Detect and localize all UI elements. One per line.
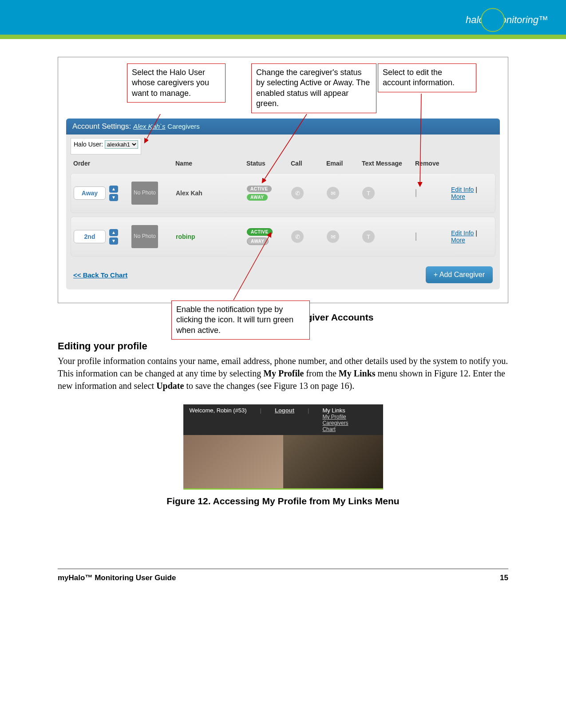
column-headers: Order Name Status Call Email Text Messag… [71, 157, 495, 170]
no-photo-placeholder: No Photo [131, 225, 158, 248]
breadcrumb-user-link[interactable]: Alex Kah`s [133, 123, 166, 130]
my-profile-link[interactable]: My Profile [322, 414, 348, 420]
order-badge: Away [74, 186, 106, 200]
add-caregiver-button[interactable]: + Add Caregiver [426, 266, 493, 283]
page-header: halo onitoring™ [0, 0, 566, 35]
editing-profile-heading: Editing your profile [58, 340, 508, 352]
edit-info-link[interactable]: Edit Info [451, 186, 474, 193]
halo-user-selector: Halo User: alexkah1 [71, 138, 141, 154]
back-to-chart-link[interactable]: << Back To Chart [73, 271, 127, 279]
callout-change-status: Change the caregiver's status by selecti… [251, 63, 376, 113]
profile-photo-1 [183, 435, 283, 488]
title-prefix: Account Settings: [72, 122, 131, 131]
status-away-pill[interactable]: AWAY [247, 194, 268, 201]
caregiver-name: robinp [176, 233, 247, 240]
fig12-topbar: Welcome, Robin (#53) | Logout | My Links… [183, 404, 383, 435]
arrow-down-icon[interactable]: ▼ [109, 237, 118, 245]
status-active-pill[interactable]: ACTIVE [247, 186, 272, 192]
footer-page-number: 15 [500, 574, 508, 582]
arrow-up-icon[interactable]: ▲ [109, 186, 118, 193]
halo-user-dropdown[interactable]: alexkah1 [105, 140, 138, 149]
figure-12-caption: Figure 12. Accessing My Profile from My … [58, 496, 508, 506]
status-toggle[interactable]: ACTIVE AWAY [247, 186, 291, 201]
page-footer: myHalo™ Monitoring User Guide 15 [58, 569, 508, 600]
footer-title: myHalo™ Monitoring User Guide [58, 574, 176, 582]
chart-link[interactable]: Chart [322, 426, 348, 432]
editing-profile-paragraph: Your profile information contains your n… [58, 355, 508, 392]
table-footer: << Back To Chart + Add Caregiver [71, 260, 495, 289]
profile-photo-2 [283, 435, 383, 488]
order-badge: 2nd [74, 230, 106, 243]
my-links-menu: My Links My Profile Caregivers Chart [322, 407, 348, 432]
figure-12-box: Welcome, Robin (#53) | Logout | My Links… [183, 404, 383, 490]
remove-icon[interactable] [416, 233, 416, 241]
status-away-pill[interactable]: AWAY [247, 237, 269, 245]
logo-wave-icon [481, 8, 505, 32]
green-divider [0, 35, 566, 39]
more-link[interactable]: More [451, 237, 465, 244]
divider: | [308, 407, 309, 414]
halo-user-label: Halo User: [74, 141, 103, 148]
header-name: Name [175, 160, 246, 167]
no-photo-placeholder: No Photo [131, 182, 158, 205]
caregiver-row: Away ▲ ▼ No Photo Alex Kah ACTIVE AWAY ✆… [71, 173, 495, 213]
text-icon[interactable]: T [362, 187, 375, 199]
figure-11-box: Select the Halo User whose caregivers yo… [58, 57, 508, 303]
app-body: Halo User: alexkah1 Order Name Status Ca… [66, 135, 500, 289]
text-icon[interactable]: T [362, 230, 375, 243]
email-icon[interactable]: ✉ [327, 230, 339, 243]
status-active-pill[interactable]: ACTIVE [247, 228, 273, 236]
edit-info-link[interactable]: Edit Info [451, 229, 474, 237]
callout-enable-notification: Enable the notification type by clicking… [171, 301, 310, 340]
arrow-down-icon[interactable]: ▼ [109, 194, 118, 201]
header-email: Email [326, 160, 362, 167]
reorder-arrows[interactable]: ▲ ▼ [109, 229, 131, 245]
header-status: Status [246, 160, 291, 167]
logo: halo onitoring™ [466, 8, 548, 32]
reorder-arrows[interactable]: ▲ ▼ [109, 186, 131, 201]
header-text: Text Message [362, 160, 415, 167]
callout-edit-account: Select to edit the account information. [378, 63, 476, 92]
more-link[interactable]: More [451, 193, 465, 200]
edit-links: Edit Info | More [451, 229, 492, 244]
app-titlebar: Account Settings: Alex Kah`s Caregivers [66, 119, 500, 135]
welcome-text: Welcome, Robin (#53) [190, 407, 247, 414]
header-call: Call [291, 160, 326, 167]
status-toggle[interactable]: ACTIVE AWAY [247, 228, 291, 245]
header-remove: Remove [415, 160, 451, 167]
caregiver-row: 2nd ▲ ▼ No Photo robinp ACTIVE AWAY ✆ ✉ … [71, 217, 495, 257]
breadcrumb-tail: Caregivers [167, 123, 200, 130]
logo-text-right: onitoring™ [501, 14, 548, 26]
call-icon[interactable]: ✆ [291, 187, 304, 199]
caregiver-name: Alex Kah [176, 190, 247, 197]
call-icon[interactable]: ✆ [291, 230, 304, 243]
remove-icon[interactable] [416, 189, 416, 197]
email-icon[interactable]: ✉ [327, 187, 339, 199]
divider: | [260, 407, 261, 414]
fig12-photos [183, 435, 383, 488]
logout-link[interactable]: Logout [275, 407, 294, 414]
header-order: Order [73, 160, 175, 167]
arrow-up-icon[interactable]: ▲ [109, 229, 118, 236]
edit-links: Edit Info | More [451, 186, 492, 200]
caregivers-link[interactable]: Caregivers [322, 420, 348, 426]
mylinks-label: My Links [322, 407, 348, 414]
callout-select-user: Select the Halo User whose caregivers yo… [127, 63, 226, 103]
